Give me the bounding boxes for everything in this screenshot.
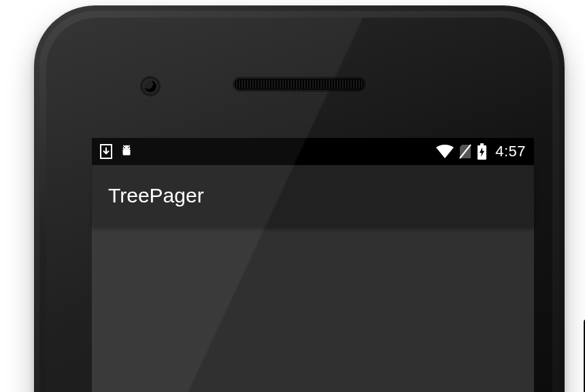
no-sim-icon xyxy=(459,144,471,159)
svg-line-4 xyxy=(123,145,124,147)
android-debug-icon xyxy=(119,144,134,159)
status-left-group xyxy=(100,144,134,159)
svg-rect-7 xyxy=(480,143,484,145)
earpiece-speaker xyxy=(235,79,364,90)
battery-charging-icon xyxy=(477,143,487,160)
app-title: TreePager xyxy=(108,184,204,207)
device-mockup: 4:57 TreePager xyxy=(0,0,585,392)
phone-body: 4:57 TreePager xyxy=(34,5,565,392)
status-bar[interactable]: 4:57 xyxy=(92,138,534,165)
svg-line-5 xyxy=(129,145,130,147)
status-clock: 4:57 xyxy=(495,143,526,160)
download-icon xyxy=(100,144,112,159)
svg-point-2 xyxy=(124,147,125,148)
wifi-icon xyxy=(436,145,454,158)
svg-rect-1 xyxy=(123,149,131,155)
status-right-group: 4:57 xyxy=(436,143,526,160)
app-content-area[interactable] xyxy=(92,226,534,392)
screen: 4:57 TreePager xyxy=(92,138,534,392)
svg-point-3 xyxy=(128,147,129,148)
app-action-bar: TreePager xyxy=(92,165,534,226)
front-camera xyxy=(143,79,158,94)
